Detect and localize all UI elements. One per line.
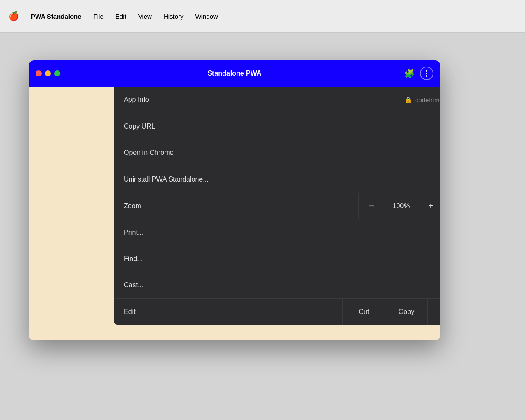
app-info-label: App Info bbox=[124, 96, 405, 104]
url-section: Copy URL Open in Chrome bbox=[114, 113, 440, 166]
app-info-right: 🔒 codehtml.online bbox=[405, 96, 440, 104]
uninstall-label: Uninstall PWA Standalone... bbox=[124, 176, 440, 183]
uninstall-section: Uninstall PWA Standalone... bbox=[114, 166, 440, 193]
cast-row[interactable]: Cast... bbox=[114, 272, 440, 298]
cut-button[interactable]: Cut bbox=[343, 299, 385, 325]
zoom-controls: − 100% + bbox=[358, 193, 440, 219]
paste-button[interactable]: Paste bbox=[427, 299, 440, 325]
pwa-window: Standalone PWA 🧩 App Info bbox=[29, 60, 440, 340]
title-bar: Standalone PWA 🧩 bbox=[29, 60, 440, 87]
zoom-out-button[interactable]: − bbox=[359, 193, 384, 219]
window-controls bbox=[36, 70, 60, 76]
menu-file[interactable]: File bbox=[93, 13, 103, 20]
close-button[interactable] bbox=[36, 70, 42, 76]
menu-window[interactable]: Window bbox=[195, 13, 218, 20]
copy-url-row[interactable]: Copy URL bbox=[114, 113, 440, 140]
extensions-icon[interactable]: 🧩 bbox=[404, 68, 415, 78]
dropdown-menu: App Info 🔒 codehtml.online Copy URL Open… bbox=[114, 87, 440, 325]
menu-history[interactable]: History bbox=[164, 13, 184, 20]
apple-menu[interactable]: 🍎 bbox=[8, 11, 19, 21]
edit-actions: Cut Copy Paste bbox=[342, 299, 440, 325]
uninstall-row[interactable]: Uninstall PWA Standalone... bbox=[114, 166, 440, 193]
app-name: PWA Standalone bbox=[31, 13, 81, 20]
more-menu-button[interactable] bbox=[420, 67, 433, 80]
edit-label: Edit bbox=[114, 308, 342, 316]
maximize-button[interactable] bbox=[54, 70, 60, 76]
zoom-label: Zoom bbox=[114, 202, 358, 210]
print-label: Print... bbox=[124, 229, 440, 236]
menu-edit[interactable]: Edit bbox=[115, 13, 126, 20]
title-bar-actions: 🧩 bbox=[404, 67, 433, 80]
minimize-button[interactable] bbox=[45, 70, 51, 76]
open-chrome-row[interactable]: Open in Chrome bbox=[114, 140, 440, 166]
app-url: codehtml.online bbox=[415, 96, 440, 104]
lock-icon: 🔒 bbox=[405, 96, 412, 103]
print-row[interactable]: Print... ⌘P bbox=[114, 219, 440, 246]
zoom-section: Zoom − 100% + ⛶ bbox=[114, 193, 440, 219]
cast-label: Cast... bbox=[124, 281, 440, 289]
find-label: Find... bbox=[124, 255, 440, 263]
window-title: Standalone PWA bbox=[207, 70, 261, 77]
print-section: Print... ⌘P Find... ⌘F Cast... bbox=[114, 219, 440, 299]
app-info-row[interactable]: App Info 🔒 codehtml.online bbox=[114, 87, 440, 113]
copy-button[interactable]: Copy bbox=[385, 299, 427, 325]
zoom-percent: 100% bbox=[384, 202, 418, 210]
menu-view[interactable]: View bbox=[138, 13, 152, 20]
edit-section: Edit Cut Copy Paste bbox=[114, 299, 440, 325]
find-row[interactable]: Find... ⌘F bbox=[114, 246, 440, 272]
more-dots-icon bbox=[426, 70, 427, 77]
zoom-in-button[interactable]: + bbox=[418, 193, 440, 219]
app-info-section: App Info 🔒 codehtml.online bbox=[114, 87, 440, 113]
main-area: Standalone PWA 🧩 App Info bbox=[0, 33, 525, 420]
menubar: 🍎 PWA Standalone File Edit View History … bbox=[0, 0, 525, 33]
copy-url-label: Copy URL bbox=[124, 123, 440, 130]
open-chrome-label: Open in Chrome bbox=[124, 149, 440, 157]
